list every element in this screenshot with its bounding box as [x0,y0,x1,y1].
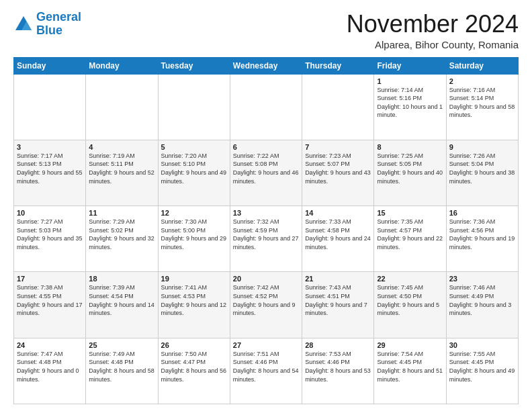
day-cell: 1Sunrise: 7:14 AM Sunset: 5:16 PM Daylig… [374,74,446,140]
header-cell-saturday: Saturday [446,57,518,74]
day-info: Sunrise: 7:32 AM Sunset: 4:59 PM Dayligh… [233,218,299,251]
day-info: Sunrise: 7:16 AM Sunset: 5:14 PM Dayligh… [449,86,515,120]
day-number: 29 [377,341,443,349]
day-cell: 21Sunrise: 7:43 AM Sunset: 4:51 PM Dayli… [302,272,374,338]
day-info: Sunrise: 7:27 AM Sunset: 5:03 PM Dayligh… [17,218,83,251]
day-cell: 23Sunrise: 7:46 AM Sunset: 4:49 PM Dayli… [446,272,518,338]
day-cell [230,74,302,140]
page: General Blue November 2024 Alparea, Biho… [0,0,532,411]
day-cell: 16Sunrise: 7:36 AM Sunset: 4:56 PM Dayli… [446,206,518,272]
day-info: Sunrise: 7:45 AM Sunset: 4:50 PM Dayligh… [377,283,443,317]
day-cell: 4Sunrise: 7:19 AM Sunset: 5:11 PM Daylig… [86,140,158,205]
day-cell: 29Sunrise: 7:54 AM Sunset: 4:45 PM Dayli… [374,338,446,404]
day-cell: 10Sunrise: 7:27 AM Sunset: 5:03 PM Dayli… [14,206,86,272]
day-cell: 24Sunrise: 7:47 AM Sunset: 4:48 PM Dayli… [14,338,86,404]
week-row-5: 24Sunrise: 7:47 AM Sunset: 4:48 PM Dayli… [14,338,519,404]
day-number: 24 [17,341,83,349]
main-title: November 2024 [347,11,519,38]
day-info: Sunrise: 7:39 AM Sunset: 4:54 PM Dayligh… [89,283,154,317]
day-number: 5 [161,143,227,151]
logo-text: General Blue [36,11,81,38]
day-info: Sunrise: 7:38 AM Sunset: 4:55 PM Dayligh… [17,283,83,317]
day-info: Sunrise: 7:55 AM Sunset: 4:45 PM Dayligh… [449,350,515,383]
day-cell [302,74,374,140]
day-number: 10 [17,209,83,217]
day-info: Sunrise: 7:50 AM Sunset: 4:47 PM Dayligh… [161,350,227,383]
header-cell-wednesday: Wednesday [230,57,302,74]
week-row-3: 10Sunrise: 7:27 AM Sunset: 5:03 PM Dayli… [14,206,519,272]
day-number: 8 [377,143,443,151]
day-cell: 2Sunrise: 7:16 AM Sunset: 5:14 PM Daylig… [446,74,518,140]
day-number: 6 [233,143,299,151]
calendar-header: SundayMondayTuesdayWednesdayThursdayFrid… [14,57,519,74]
day-cell: 28Sunrise: 7:53 AM Sunset: 4:46 PM Dayli… [302,338,374,404]
week-row-2: 3Sunrise: 7:17 AM Sunset: 5:13 PM Daylig… [14,140,519,205]
day-number: 4 [89,143,154,151]
logo: General Blue [13,11,81,38]
logo-icon [13,14,34,34]
day-cell: 25Sunrise: 7:49 AM Sunset: 4:48 PM Dayli… [86,338,158,404]
day-number: 3 [17,143,83,151]
day-info: Sunrise: 7:43 AM Sunset: 4:51 PM Dayligh… [305,283,371,317]
day-cell: 8Sunrise: 7:25 AM Sunset: 5:05 PM Daylig… [374,140,446,205]
header: General Blue November 2024 Alparea, Biho… [13,11,519,50]
day-cell: 20Sunrise: 7:42 AM Sunset: 4:52 PM Dayli… [230,272,302,338]
day-info: Sunrise: 7:30 AM Sunset: 5:00 PM Dayligh… [161,218,227,251]
day-cell: 7Sunrise: 7:23 AM Sunset: 5:07 PM Daylig… [302,140,374,205]
day-info: Sunrise: 7:20 AM Sunset: 5:10 PM Dayligh… [161,152,227,185]
day-cell: 17Sunrise: 7:38 AM Sunset: 4:55 PM Dayli… [14,272,86,338]
day-info: Sunrise: 7:26 AM Sunset: 5:04 PM Dayligh… [449,152,515,185]
day-info: Sunrise: 7:42 AM Sunset: 4:52 PM Dayligh… [233,283,299,317]
day-cell [86,74,158,140]
day-number: 7 [305,143,371,151]
day-info: Sunrise: 7:47 AM Sunset: 4:48 PM Dayligh… [17,350,83,383]
day-cell: 13Sunrise: 7:32 AM Sunset: 4:59 PM Dayli… [230,206,302,272]
day-number: 9 [449,143,515,151]
day-info: Sunrise: 7:41 AM Sunset: 4:53 PM Dayligh… [161,283,227,317]
day-cell: 12Sunrise: 7:30 AM Sunset: 5:00 PM Dayli… [158,206,230,272]
day-info: Sunrise: 7:25 AM Sunset: 5:05 PM Dayligh… [377,152,443,185]
day-number: 21 [305,275,371,283]
header-row: SundayMondayTuesdayWednesdayThursdayFrid… [14,57,519,74]
day-info: Sunrise: 7:49 AM Sunset: 4:48 PM Dayligh… [89,350,154,383]
title-block: November 2024 Alparea, Bihor County, Rom… [347,11,519,50]
day-info: Sunrise: 7:23 AM Sunset: 5:07 PM Dayligh… [305,152,371,185]
logo-line2: Blue [36,24,62,37]
day-number: 1 [377,77,443,85]
day-number: 19 [161,275,227,283]
day-info: Sunrise: 7:19 AM Sunset: 5:11 PM Dayligh… [89,152,154,185]
header-cell-sunday: Sunday [14,57,86,74]
day-info: Sunrise: 7:33 AM Sunset: 4:58 PM Dayligh… [305,218,371,251]
day-number: 25 [89,341,154,349]
day-number: 17 [17,275,83,283]
day-cell: 18Sunrise: 7:39 AM Sunset: 4:54 PM Dayli… [86,272,158,338]
day-info: Sunrise: 7:51 AM Sunset: 4:46 PM Dayligh… [233,350,299,383]
day-cell: 19Sunrise: 7:41 AM Sunset: 4:53 PM Dayli… [158,272,230,338]
day-number: 30 [449,341,515,349]
calendar-body: 1Sunrise: 7:14 AM Sunset: 5:16 PM Daylig… [14,74,519,404]
day-number: 28 [305,341,371,349]
day-cell: 5Sunrise: 7:20 AM Sunset: 5:10 PM Daylig… [158,140,230,205]
day-number: 26 [161,341,227,349]
day-cell [14,74,86,140]
day-info: Sunrise: 7:46 AM Sunset: 4:49 PM Dayligh… [449,283,515,317]
header-cell-friday: Friday [374,57,446,74]
day-cell: 26Sunrise: 7:50 AM Sunset: 4:47 PM Dayli… [158,338,230,404]
day-cell [158,74,230,140]
day-info: Sunrise: 7:53 AM Sunset: 4:46 PM Dayligh… [305,350,371,383]
day-info: Sunrise: 7:29 AM Sunset: 5:02 PM Dayligh… [89,218,154,251]
day-info: Sunrise: 7:22 AM Sunset: 5:08 PM Dayligh… [233,152,299,185]
day-info: Sunrise: 7:17 AM Sunset: 5:13 PM Dayligh… [17,152,83,185]
day-number: 11 [89,209,154,217]
day-number: 20 [233,275,299,283]
day-info: Sunrise: 7:14 AM Sunset: 5:16 PM Dayligh… [377,86,443,120]
header-cell-tuesday: Tuesday [158,57,230,74]
day-info: Sunrise: 7:54 AM Sunset: 4:45 PM Dayligh… [377,350,443,383]
day-cell: 6Sunrise: 7:22 AM Sunset: 5:08 PM Daylig… [230,140,302,205]
day-cell: 15Sunrise: 7:35 AM Sunset: 4:57 PM Dayli… [374,206,446,272]
logo-line1: General [36,10,81,24]
day-number: 16 [449,209,515,217]
day-number: 2 [449,77,515,85]
day-number: 13 [233,209,299,217]
day-cell: 9Sunrise: 7:26 AM Sunset: 5:04 PM Daylig… [446,140,518,205]
